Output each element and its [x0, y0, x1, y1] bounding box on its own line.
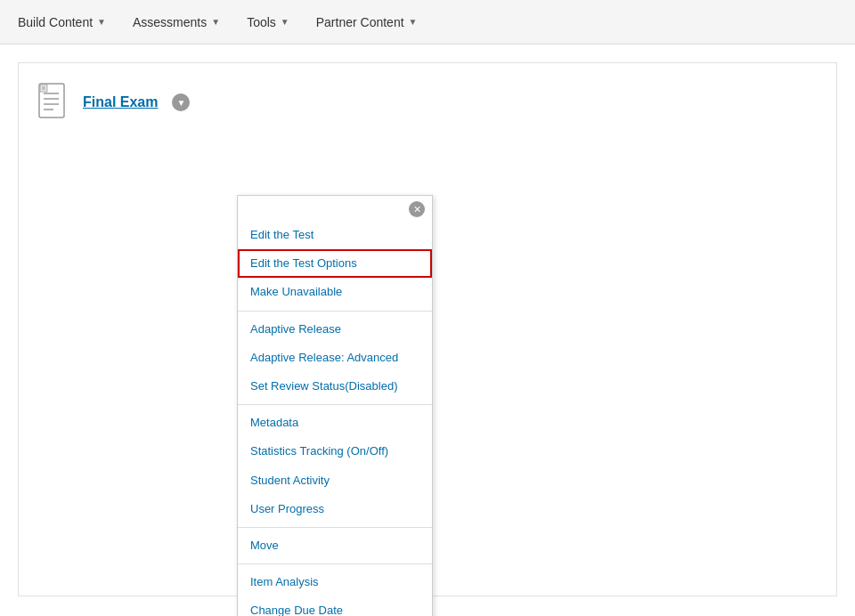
- partner-content-label: Partner Content: [316, 15, 404, 29]
- menu-item-make-unavailable[interactable]: Make Unavailable: [238, 278, 432, 306]
- divider-1: [238, 311, 432, 312]
- menu-item-edit-test-options[interactable]: Edit the Test Options: [238, 249, 432, 278]
- build-content-label: Build Content: [18, 15, 93, 29]
- context-menu-close-button[interactable]: ✕: [409, 201, 425, 217]
- build-content-chevron-icon: ▼: [97, 17, 106, 27]
- menu-item-student-activity[interactable]: Student Activity: [238, 466, 432, 495]
- partner-content-chevron-icon: ▼: [409, 17, 418, 27]
- nav-build-content[interactable]: Build Content ▼: [18, 3, 106, 42]
- nav-assessments[interactable]: Assessments ▼: [133, 3, 220, 42]
- nav-tools[interactable]: Tools ▼: [247, 3, 289, 42]
- menu-group-5: Item Analysis Change Due Date Delete: [238, 568, 432, 616]
- menu-item-adaptive-release-advanced[interactable]: Adaptive Release: Advanced: [238, 344, 432, 372]
- menu-group-4: Move: [238, 531, 432, 560]
- menu-item-adaptive-release[interactable]: Adaptive Release: [238, 315, 432, 344]
- item-menu-button[interactable]: ▼: [172, 93, 190, 111]
- final-exam-title[interactable]: Final Exam: [83, 94, 158, 110]
- tools-chevron-icon: ▼: [281, 17, 289, 27]
- menu-item-move[interactable]: Move: [238, 531, 432, 560]
- menu-item-statistics-tracking[interactable]: Statistics Tracking (On/Off): [238, 437, 432, 466]
- menu-item-item-analysis[interactable]: Item Analysis: [238, 568, 432, 596]
- menu-group-3: Metadata Statistics Tracking (On/Off) St…: [238, 409, 432, 523]
- tools-label: Tools: [247, 15, 276, 29]
- main-content: Final Exam ▼ ✕ Edit the Test Edit the Te…: [0, 45, 855, 614]
- menu-item-user-progress[interactable]: User Progress: [238, 495, 432, 523]
- assessments-label: Assessments: [133, 15, 207, 29]
- item-row: Final Exam ▼: [37, 81, 818, 124]
- divider-4: [238, 563, 432, 564]
- menu-item-change-due-date[interactable]: Change Due Date: [238, 596, 432, 616]
- menu-item-set-review-status[interactable]: Set Review Status(Disabled): [238, 372, 432, 401]
- divider-3: [238, 527, 432, 528]
- svg-rect-5: [40, 85, 47, 92]
- context-menu: ✕ Edit the Test Edit the Test Options Ma…: [237, 195, 433, 616]
- menu-item-edit-test[interactable]: Edit the Test: [238, 221, 432, 249]
- menu-group-1: Edit the Test Edit the Test Options Make…: [238, 196, 432, 307]
- content-area: Final Exam ▼ ✕ Edit the Test Edit the Te…: [18, 62, 837, 596]
- assessments-chevron-icon: ▼: [211, 17, 220, 27]
- nav-partner-content[interactable]: Partner Content ▼: [316, 3, 418, 42]
- divider-2: [238, 404, 432, 405]
- document-icon: [37, 81, 72, 124]
- menu-group-2: Adaptive Release Adaptive Release: Advan…: [238, 315, 432, 401]
- top-navigation: Build Content ▼ Assessments ▼ Tools ▼ Pa…: [0, 0, 855, 45]
- menu-item-metadata[interactable]: Metadata: [238, 409, 432, 437]
